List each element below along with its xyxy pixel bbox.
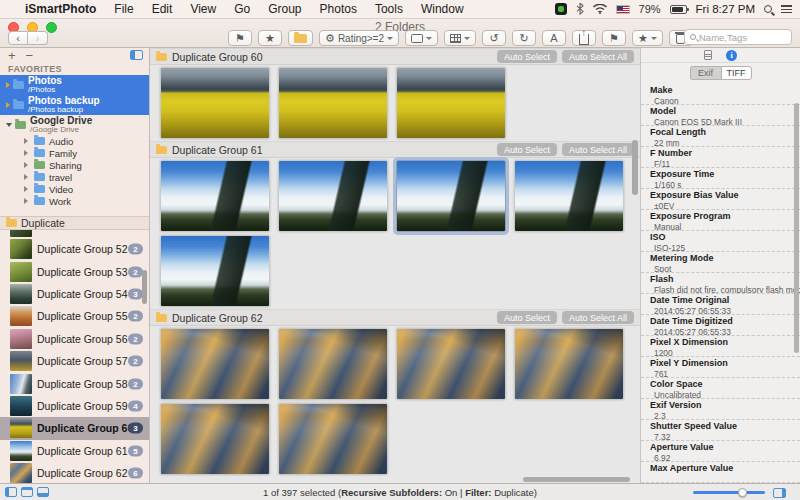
sidebar-scrollbar[interactable] [142,270,147,304]
inspector-scrollbar[interactable] [794,103,799,353]
duplicate-group-row[interactable]: Duplicate Group 603 [0,417,149,439]
menu-item-photos[interactable]: Photos [311,2,366,16]
auto-select-button[interactable]: Auto Select [497,311,557,324]
menu-item-ismartphoto[interactable]: iSmartPhoto [16,2,105,16]
spotlight-search-icon[interactable] [764,5,772,13]
flag-button[interactable]: ⚑ [228,30,252,46]
disclosure-triangle-icon[interactable] [24,198,28,204]
duplicate-section-header[interactable]: Duplicate [0,216,149,230]
disclosure-triangle-icon[interactable] [24,138,28,144]
share-button[interactable] [572,30,596,46]
menu-item-file[interactable]: File [105,2,142,16]
duplicate-group-row[interactable]: Duplicate Group 543 [0,283,149,305]
sidebar-item-work[interactable]: Work [0,195,149,207]
duplicate-group-row[interactable]: Duplicate Group 552 [0,305,149,327]
document-info-icon[interactable] [704,50,712,60]
tab-exif[interactable]: Exif [690,66,721,80]
flag-button-2[interactable]: ⚑ [602,30,626,46]
photo-thumbnail[interactable] [396,67,506,139]
adjust-button[interactable]: A [542,30,566,46]
toggle-sidebar-icon[interactable] [5,487,17,497]
menu-item-view[interactable]: View [181,2,225,16]
grid-view-dropdown[interactable] [444,30,476,46]
display-mode-dropdown[interactable] [405,30,438,46]
menu-item-edit[interactable]: Edit [143,2,182,16]
menu-item-group[interactable]: Group [259,2,310,16]
sidebar-item-family[interactable]: Family [0,147,149,159]
wifi-icon[interactable] [593,4,607,14]
disclosure-triangle-icon[interactable] [6,102,10,108]
photo-thumbnail[interactable] [160,403,270,475]
folder-button[interactable] [288,30,313,46]
duplicate-group-row[interactable]: Duplicate Group 572 [0,350,149,372]
toggle-bottom-panel-icon[interactable] [37,487,49,497]
forward-button[interactable]: › [28,31,48,45]
duplicate-group-row[interactable]: Duplicate Group 562 [0,328,149,350]
duplicate-group-row[interactable]: Duplicate Group 626 [0,462,149,483]
sidebar-item-sharing[interactable]: Sharing [0,159,149,171]
disclosure-triangle-icon[interactable] [6,82,10,88]
menu-item-go[interactable]: Go [225,2,259,16]
photo-thumbnail[interactable] [514,328,624,400]
photo-thumbnail[interactable] [278,67,388,139]
auto-select-all-button[interactable]: Auto Select All [562,50,634,63]
auto-select-all-button[interactable]: Auto Select All [562,311,634,324]
disclosure-triangle-icon[interactable] [24,186,28,192]
main-vertical-scrollbar[interactable] [632,140,638,195]
photo-thumbnail[interactable] [160,67,270,139]
toggle-folders-panel-icon[interactable] [21,487,33,497]
main-horizontal-scrollbar[interactable] [523,477,630,482]
photo-thumbnail[interactable] [278,403,388,475]
sidebar-item-video[interactable]: Video [0,183,149,195]
star-rating-dropdown[interactable]: ★ [632,30,663,46]
toggle-inspector-icon[interactable] [773,488,786,498]
auto-select-button[interactable]: Auto Select [497,50,557,63]
rating-filter-dropdown[interactable]: ⚙ Rating>=2 [319,30,399,46]
photo-thumbnail[interactable] [160,235,270,307]
zoom-slider-knob[interactable] [738,488,747,497]
sidebar-item-photos-backup[interactable]: Photos backup/Photos backup [0,95,149,115]
tab-tiff[interactable]: TIFF [721,66,752,80]
bluetooth-icon[interactable] [576,3,584,15]
photo-thumbnail[interactable] [514,160,624,232]
disclosure-triangle-icon[interactable] [24,174,28,180]
search-field[interactable] [684,29,792,45]
thumbnail-zoom-slider[interactable] [693,491,765,494]
rotate-left-button[interactable]: ↺ [482,30,506,46]
menu-item-window[interactable]: Window [412,2,473,16]
disclosure-triangle-icon[interactable] [24,162,28,168]
sidebar-item-travel[interactable]: travel [0,171,149,183]
folder-icon [34,149,45,157]
sidebar-item-google-drive[interactable]: Google Drive/Google Drive [0,115,149,135]
sidebar-item-audio[interactable]: Audio [0,135,149,147]
input-language-flag-icon[interactable] [616,5,630,14]
photo-thumbnail[interactable] [278,328,388,400]
duplicate-group-row[interactable]: Duplicate Group 615 [0,440,149,462]
notification-center-icon[interactable] [781,5,792,14]
photo-thumbnail[interactable] [160,160,270,232]
search-input[interactable] [699,32,786,43]
duplicate-group-row[interactable]: Duplicate Group 582 [0,372,149,394]
sidebar-item-photos[interactable]: Photos/Photos [0,75,149,95]
photo-thumbnail[interactable] [278,160,388,232]
info-icon[interactable]: i [726,50,737,61]
rotate-right-button[interactable]: ↻ [512,30,536,46]
menu-item-tools[interactable]: Tools [366,2,412,16]
photo-thumbnail[interactable] [396,328,506,400]
star-button[interactable]: ★ [258,30,282,46]
duplicate-group-row[interactable]: Duplicate Group 532 [0,260,149,282]
photo-thumbnail[interactable] [396,160,506,232]
auto-select-all-button[interactable]: Auto Select All [562,143,634,156]
back-button[interactable]: ‹ [8,31,28,45]
app-status-icon[interactable] [555,3,567,15]
menu-clock[interactable]: Fri 8:27 PM [696,3,755,15]
photo-thumbnail[interactable] [160,328,270,400]
remove-folder-button[interactable]: − [26,48,34,63]
duplicate-group-row[interactable]: Duplicate Group 522 [0,238,149,260]
disclosure-triangle-icon[interactable] [6,123,12,127]
auto-select-button[interactable]: Auto Select [497,143,557,156]
disclosure-triangle-icon[interactable] [24,150,28,156]
columns-view-icon[interactable] [130,50,143,60]
duplicate-group-row[interactable]: Duplicate Group 594 [0,395,149,417]
add-folder-button[interactable]: + [8,48,16,63]
